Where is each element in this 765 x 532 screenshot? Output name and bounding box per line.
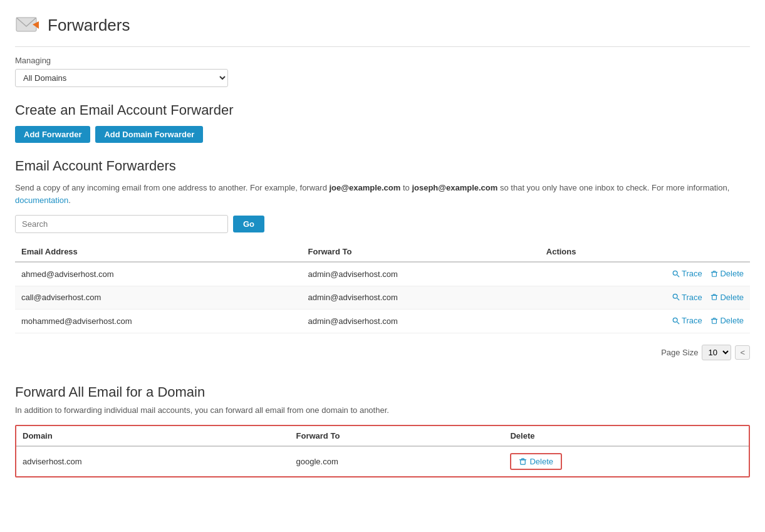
col-forward-to: Forward To — [302, 242, 540, 262]
create-buttons-row: Add Forwarder Add Domain Forwarder — [15, 126, 750, 143]
add-forwarder-button[interactable]: Add Forwarder — [15, 126, 90, 143]
svg-rect-16 — [714, 318, 716, 319]
description-email2: joseph@example.com — [412, 183, 497, 192]
domain-table: Domain Forward To Delete adviserhost.com… — [16, 426, 749, 476]
actions-cell: Trace Delete — [540, 262, 750, 286]
domain-delete-cell: Delete — [504, 446, 749, 476]
pagination-row: Page Size 10 25 50 < — [15, 340, 750, 365]
col-actions: Actions — [540, 242, 750, 262]
description-email1: joe@example.com — [329, 183, 400, 192]
email-cell: call@adviserhost.com — [15, 286, 302, 310]
svg-point-12 — [673, 318, 677, 322]
trace-link[interactable]: Trace — [672, 316, 702, 325]
domain-table-wrapper: Domain Forward To Delete adviserhost.com… — [15, 425, 750, 477]
forward-to-cell: admin@adviserhost.com — [302, 310, 540, 333]
page-title: Forwarders — [48, 16, 130, 35]
svg-point-2 — [673, 271, 677, 275]
search-row: Go — [15, 215, 750, 233]
svg-rect-17 — [521, 459, 525, 464]
search-icon — [672, 317, 680, 325]
domain-table-row: adviserhost.com google.com Delete — [16, 446, 749, 476]
go-button[interactable]: Go — [233, 216, 264, 232]
description-suffix: so that you only have one inbox to check… — [497, 183, 729, 192]
search-icon — [672, 293, 680, 301]
description-middle: to — [400, 183, 412, 192]
domain-forwarders-description: In addition to forwarding individual mai… — [15, 405, 750, 415]
svg-line-3 — [677, 274, 679, 276]
forward-to-cell: admin@adviserhost.com — [302, 262, 540, 286]
svg-rect-14 — [712, 319, 717, 323]
trace-link[interactable]: Trace — [672, 269, 702, 278]
domain-col-forward-to: Forward To — [290, 426, 504, 446]
domain-delete-button[interactable]: Delete — [510, 453, 562, 470]
page-size-label: Page Size — [661, 348, 698, 357]
forward-to-cell: admin@adviserhost.com — [302, 286, 540, 310]
svg-rect-19 — [522, 458, 524, 459]
email-forwarders-description: Send a copy of any incoming email from o… — [15, 182, 750, 206]
description-prefix: Send a copy of any incoming email from o… — [15, 183, 329, 192]
search-icon — [672, 270, 680, 278]
domain-forward-to-cell: google.com — [290, 446, 504, 476]
trash-icon — [519, 457, 527, 466]
page-size-select[interactable]: 10 25 50 — [702, 345, 731, 360]
col-email-address: Email Address — [15, 242, 302, 262]
trash-icon — [710, 317, 718, 325]
documentation-link[interactable]: documentation — [15, 196, 68, 205]
domain-cell: adviserhost.com — [16, 446, 290, 476]
domain-col-delete: Delete — [504, 426, 749, 446]
add-domain-forwarder-button[interactable]: Add Domain Forwarder — [95, 126, 203, 143]
email-cell: ahmed@adviserhost.com — [15, 262, 302, 286]
domain-forwarders-section: Forward All Email for a Domain In additi… — [15, 384, 750, 477]
actions-cell: Trace Delete — [540, 310, 750, 333]
managing-section: Managing All Domains — [15, 56, 750, 87]
prev-page-button[interactable]: < — [735, 345, 750, 360]
trash-icon — [710, 270, 718, 278]
actions-cell: Trace Delete — [540, 286, 750, 310]
svg-point-7 — [673, 294, 677, 298]
svg-rect-9 — [712, 295, 717, 300]
delete-link[interactable]: Delete — [710, 269, 744, 278]
forwarders-icon — [15, 13, 40, 38]
managing-select[interactable]: All Domains — [15, 69, 228, 87]
create-section-title: Create an Email Account Forwarder — [15, 102, 750, 118]
svg-rect-11 — [714, 295, 716, 296]
svg-line-8 — [677, 298, 679, 300]
delete-link[interactable]: Delete — [710, 316, 744, 325]
trash-icon — [710, 293, 718, 301]
email-forwarders-section: Email Account Forwarders Send a copy of … — [15, 158, 750, 365]
svg-rect-6 — [714, 271, 716, 272]
table-row: call@adviserhost.com admin@adviserhost.c… — [15, 286, 750, 310]
table-row: mohammed@adviserhost.com admin@adviserho… — [15, 310, 750, 333]
search-input[interactable] — [15, 215, 228, 233]
svg-line-13 — [677, 321, 679, 323]
svg-rect-4 — [712, 272, 717, 276]
table-row: ahmed@adviserhost.com admin@adviserhost.… — [15, 262, 750, 286]
email-cell: mohammed@adviserhost.com — [15, 310, 302, 333]
managing-label: Managing — [15, 56, 750, 65]
trace-link[interactable]: Trace — [672, 293, 702, 302]
documentation-suffix: . — [68, 196, 71, 205]
domain-forwarders-title: Forward All Email for a Domain — [15, 384, 750, 400]
domain-col-domain: Domain — [16, 426, 290, 446]
page-header: Forwarders — [15, 13, 750, 47]
email-forwarders-title: Email Account Forwarders — [15, 158, 750, 174]
create-section: Create an Email Account Forwarder Add Fo… — [15, 102, 750, 143]
forwarders-table: Email Address Forward To Actions ahmed@a… — [15, 242, 750, 333]
delete-link[interactable]: Delete — [710, 293, 744, 302]
